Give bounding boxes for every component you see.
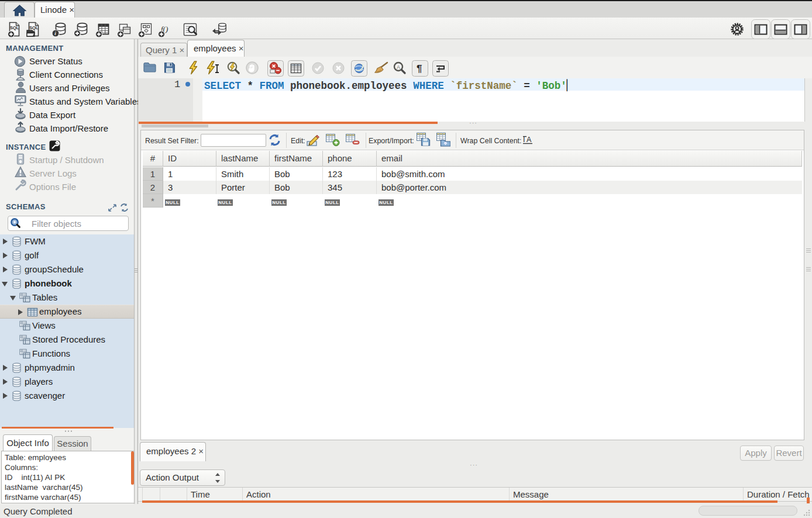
svg-text:SQL: SQL — [29, 25, 39, 30]
svg-text:A: A — [397, 64, 400, 70]
svg-text:A: A — [527, 136, 532, 144]
svg-text:SQL: SQL — [10, 25, 19, 30]
svg-text:¶: ¶ — [417, 63, 422, 74]
